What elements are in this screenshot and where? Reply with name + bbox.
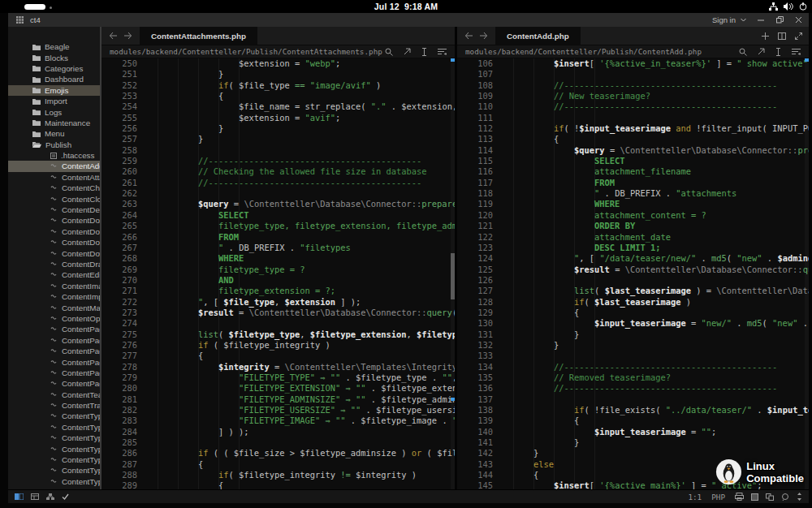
tree-item-contentedit-ph[interactable]: ContentEdit.ph [8, 269, 100, 280]
file-code-icon [50, 250, 58, 257]
tree-item-contentpageed[interactable]: ContentPageEd [8, 368, 100, 378]
printer-icon[interactable] [735, 493, 744, 501]
tree-item-categories[interactable]: Categories [8, 63, 100, 74]
tree-item-contentdoclon[interactable]: ContentDoClon [8, 226, 100, 237]
goto-icon[interactable] [758, 48, 765, 55]
tree-item-maintenance[interactable]: Maintenance [8, 118, 100, 128]
tree-item-contentdoedit-[interactable]: ContentDoEdit. [8, 237, 100, 248]
back-icon[interactable] [110, 32, 117, 39]
tree-item-contentdraft-pl[interactable]: ContentDraft.pl [8, 259, 100, 269]
file-code-icon [50, 196, 58, 203]
tree-item-contentdoadd-[interactable]: ContentDoAdd. [8, 215, 100, 226]
tree-item-contenttypesf[interactable]: ContentTypesF [8, 454, 100, 465]
tree-item-emojis[interactable]: Emojis [8, 85, 100, 96]
window-titlebar[interactable]: ct4 Sign in [8, 13, 809, 27]
code-line: 137 [457, 394, 809, 405]
search-icon[interactable] [385, 48, 393, 56]
tree-item-contentpagedo[interactable]: ContentPageDo [8, 346, 100, 356]
tree-item-contentimport-[interactable]: ContentImport. [8, 291, 100, 302]
tree-item-beagle[interactable]: Beagle [8, 41, 100, 52]
devices-icon[interactable] [46, 493, 54, 500]
tab-contentadd.php[interactable]: ContentAdd.php [495, 27, 581, 45]
new-tab-icon[interactable] [762, 32, 769, 40]
expand-icon[interactable] [795, 32, 802, 40]
tree-item-publish[interactable]: Publish [8, 140, 100, 150]
scrollbar[interactable] [805, 58, 809, 489]
tree-item-contentpagedo[interactable]: ContentPageDo [8, 356, 100, 367]
tree-item-contenttypesd[interactable]: ContentTypesD [8, 433, 100, 443]
scroll-icon[interactable] [797, 493, 802, 501]
line-number: 265 [102, 221, 137, 231]
tree-item-blocks[interactable]: Blocks [8, 52, 100, 62]
tree-item-contenttypesd[interactable]: ContentTypesD [8, 422, 100, 433]
tree-item-logs[interactable]: Logs [8, 106, 100, 117]
search-icon[interactable] [739, 48, 747, 56]
file-code-icon [50, 402, 58, 409]
tree-item-contentclone-p[interactable]: ContentClone.p [8, 193, 100, 204]
panel-icon[interactable] [751, 493, 758, 501]
file-path[interactable]: modules/backend/Contentteller/Publish/Co… [110, 47, 382, 56]
tree-item-contentoptions[interactable]: ContentOptions [8, 313, 100, 324]
code-line: 284 ] ) ); [102, 427, 455, 437]
restore-button[interactable] [776, 16, 784, 24]
app-grid-icon[interactable] [16, 16, 24, 24]
minimize-button[interactable] [758, 16, 765, 24]
layout-icon[interactable] [31, 493, 39, 500]
file-tree-sidebar[interactable]: BeagleBlocksCategoriesDashboardEmojisImp… [8, 27, 102, 489]
tree-item-contentdownlo[interactable]: ContentDownlo [8, 248, 100, 258]
scrollbar-thumb[interactable] [451, 253, 455, 299]
code-editor-left[interactable]: 250 $extension = "webp";251 }252 if( $fi… [102, 58, 455, 489]
network-icon[interactable] [769, 2, 778, 11]
tree-item-contentmanage[interactable]: ContentManage [8, 302, 100, 312]
file-path[interactable]: modules/backend/Contentteller/Publish/Co… [465, 47, 702, 56]
cursor-position[interactable]: 1:1 [688, 493, 702, 502]
line-number: 138 [457, 405, 493, 415]
line-number: 271 [102, 286, 137, 296]
close-button[interactable] [795, 16, 802, 24]
line-number: 263 [102, 199, 137, 209]
tab-contentattachments.php[interactable]: ContentAttachments.php [140, 27, 257, 45]
code-editor-right[interactable]: 106 $insert[ '{%active_in_teaser%}' ] = … [457, 58, 809, 489]
language-mode[interactable]: PHP [711, 493, 725, 502]
wrap-icon[interactable] [438, 48, 447, 55]
line-number: 130 [457, 318, 493, 329]
cursor-icon[interactable] [421, 48, 427, 56]
split-icon[interactable] [778, 32, 786, 40]
tree-item-contentteaseri[interactable]: ContentTeaserI [8, 390, 100, 400]
tree-item-contentpageor[interactable]: ContentPageOr [8, 378, 100, 389]
menubar-clock[interactable]: Jul 12 9:18 AM [0, 2, 812, 11]
tree-item-contentattachm[interactable]: ContentAttachm [8, 172, 100, 183]
breadcrumb-left: modules/backend/Contentteller/Publish/Co… [102, 45, 455, 58]
cursor-icon[interactable] [775, 48, 781, 56]
code-line: 121 ORDER BY [457, 221, 809, 231]
tree-item-contenttransla[interactable]: ContentTransla [8, 400, 100, 411]
tree-item-menu[interactable]: Menu [8, 128, 100, 139]
tree-item-contentadd-ph[interactable]: ContentAdd.ph [8, 161, 100, 171]
line-number: 264 [102, 210, 137, 221]
tree-item-contenttypesf[interactable]: ContentTypesF [8, 465, 100, 476]
tree-item-contentdelete-[interactable]: ContentDelete. [8, 204, 100, 215]
volume-icon[interactable] [784, 2, 793, 11]
check-icon[interactable] [62, 493, 69, 500]
signin-button[interactable]: Sign in [712, 15, 746, 24]
tree-item-contenttypesc[interactable]: ContentTypesC [8, 411, 100, 421]
goto-icon[interactable] [404, 48, 411, 55]
tree-item-contenttypese[interactable]: ContentTypesE [8, 443, 100, 454]
tree-item-dashboard[interactable]: Dashboard [8, 74, 100, 84]
power-icon[interactable] [799, 2, 807, 11]
workspace-icon[interactable] [15, 493, 24, 500]
tree-item-contentpagede[interactable]: ContentPageDe [8, 335, 100, 346]
back-icon[interactable] [465, 32, 473, 39]
tree-item-contenttypesf[interactable]: ContentTypesF [8, 476, 100, 487]
config-icon [50, 153, 57, 159]
forward-icon[interactable] [124, 32, 132, 39]
tree-item-contentchange[interactable]: ContentChange [8, 183, 100, 193]
tree-item-contentimagee[interactable]: ContentImageE [8, 281, 100, 291]
overlap-icon[interactable] [766, 493, 774, 501]
bubble-icon[interactable] [781, 493, 789, 501]
wrap-icon[interactable] [792, 48, 801, 55]
tree-item-import[interactable]: Import [8, 96, 100, 106]
forward-icon[interactable] [480, 32, 487, 39]
tree-item--htaccess[interactable]: .htaccess [8, 150, 100, 161]
tree-item-contentpageap[interactable]: ContentPageAp [8, 324, 100, 334]
